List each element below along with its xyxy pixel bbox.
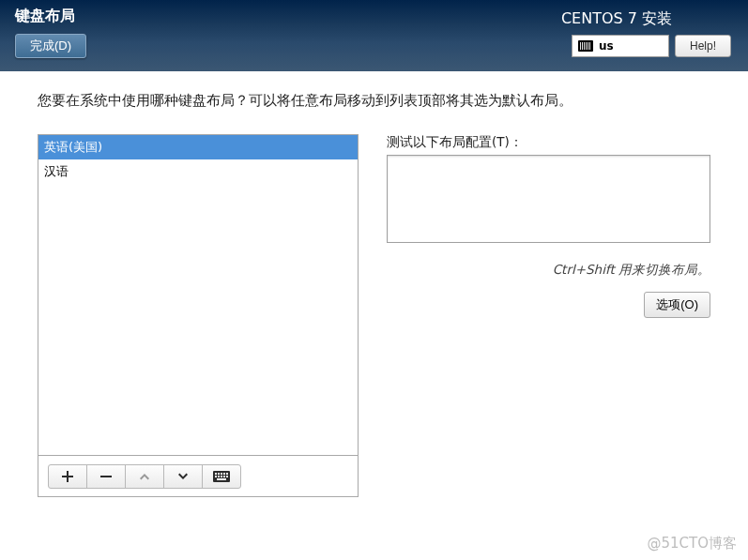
help-button[interactable]: Help! xyxy=(675,35,731,57)
move-up-button[interactable] xyxy=(125,464,164,489)
svg-rect-0 xyxy=(100,476,112,477)
page-title: 键盘布局 xyxy=(15,7,75,26)
keyboard-layout-indicator[interactable]: us xyxy=(572,35,669,57)
preview-layout-button[interactable] xyxy=(202,464,241,489)
move-down-button[interactable] xyxy=(163,464,203,489)
keyboard-icon xyxy=(213,471,230,482)
layout-list-item[interactable]: 英语(美国) xyxy=(38,135,358,159)
svg-rect-2 xyxy=(215,473,217,475)
svg-rect-3 xyxy=(218,473,220,475)
test-layout-label: 测试以下布局配置(T)： xyxy=(387,134,710,151)
options-button[interactable]: 选项(O) xyxy=(644,292,710,318)
svg-rect-9 xyxy=(221,476,222,477)
remove-layout-button[interactable] xyxy=(86,464,126,489)
layout-list-item[interactable]: 汉语 xyxy=(38,159,358,184)
current-layout-code: us xyxy=(599,39,614,53)
watermark: @51CTO博客 xyxy=(647,535,737,552)
svg-rect-6 xyxy=(226,473,228,475)
instruction-text: 您要在系统中使用哪种键盘布局？可以将任意布局移动到列表顶部将其选为默认布局。 xyxy=(38,92,710,110)
keyboard-layout-list[interactable]: 英语(美国)汉语 xyxy=(38,134,359,456)
installer-title: CENTOS 7 安装 xyxy=(561,9,672,29)
svg-rect-10 xyxy=(223,476,225,477)
chevron-up-icon xyxy=(139,471,150,482)
done-button[interactable]: 完成(D) xyxy=(15,34,86,58)
chevron-down-icon xyxy=(177,471,189,482)
svg-rect-4 xyxy=(221,473,222,475)
svg-rect-12 xyxy=(217,478,226,480)
test-layout-input[interactable] xyxy=(387,155,710,243)
svg-rect-5 xyxy=(223,473,225,475)
installer-header: 键盘布局 完成(D) CENTOS 7 安装 us Help! xyxy=(0,0,748,71)
plus-icon xyxy=(62,471,73,482)
minus-icon xyxy=(100,471,112,482)
layout-list-toolbar xyxy=(38,456,359,497)
svg-rect-8 xyxy=(218,476,220,477)
switch-layout-hint: Ctrl+Shift 用来切换布局。 xyxy=(387,262,710,279)
keyboard-icon xyxy=(578,40,593,52)
svg-rect-7 xyxy=(215,476,217,477)
add-layout-button[interactable] xyxy=(48,464,87,489)
svg-rect-11 xyxy=(226,476,228,477)
